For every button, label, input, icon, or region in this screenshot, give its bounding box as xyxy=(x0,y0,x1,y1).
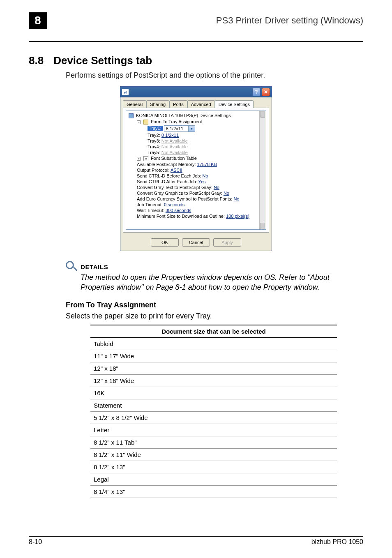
tray1-row[interactable]: Tray1: 8 1/2x11 ▼ xyxy=(128,125,266,132)
table-row: 8 1/2" x 13" xyxy=(90,461,337,473)
gray-text-row[interactable]: Convert Gray Text to PostScript Gray: No xyxy=(128,184,266,190)
paper-size-cell: 12" x 18" xyxy=(90,362,337,374)
out-proto-label: Output Protocol: xyxy=(137,168,171,173)
paper-size-cell: 8 1/4" x 13" xyxy=(90,485,337,498)
close-button[interactable]: ✕ xyxy=(262,88,270,96)
ps-mem-row[interactable]: Available PostScript Memory: 17578 KB xyxy=(128,161,266,167)
wait-timeout-row[interactable]: Wait Timeout: 300 seconds xyxy=(128,208,266,213)
footer-page-number: 8-10 xyxy=(29,538,42,546)
font-sub-label: Font Substitution Table xyxy=(151,156,197,161)
tray1-label: Tray1: xyxy=(148,126,163,131)
titlebar: 🖨 ? ✕ xyxy=(120,87,272,97)
ctrld-after-row[interactable]: Send CTRL-D After Each Job: Yes xyxy=(128,179,266,184)
chapter-title: PS3 Printer Driver setting (Windows) xyxy=(55,15,363,26)
wait-timeout-value[interactable]: 300 seconds xyxy=(166,208,191,213)
dialog-button-row: OK Cancel Apply xyxy=(120,235,272,251)
tray5-row[interactable]: Tray5: Not Available xyxy=(128,150,266,155)
table-row: 8 1/2" x 11" Wide xyxy=(90,448,337,461)
euro-value[interactable]: No xyxy=(233,196,239,201)
gray-gfx-value[interactable]: No xyxy=(224,191,229,196)
chapter-number: 8 xyxy=(29,12,47,29)
apply-button: Apply xyxy=(213,238,241,247)
tray4-row[interactable]: Tray4: Not Available xyxy=(128,144,266,150)
table-row: 5 1/2" x 8 1/2" Wide xyxy=(90,411,337,424)
gray-text-label: Convert Gray Text to PostScript Gray: xyxy=(137,185,214,190)
paper-size-tbody: Tabloid11" x 17" Wide12" x 18"12" x 18" … xyxy=(90,337,337,498)
tree-root-label: KONICA MINOLTA 1050 PS(P) Device Setting… xyxy=(136,113,231,118)
euro-label: Add Euro Currency Symbol to PostScript F… xyxy=(137,196,233,201)
tree-root: KONICA MINOLTA 1050 PS(P) Device Setting… xyxy=(128,113,266,119)
from-to-tray-desc: Selects the paper size to print for ever… xyxy=(66,312,363,321)
gray-text-value[interactable]: No xyxy=(214,185,219,190)
cancel-button[interactable]: Cancel xyxy=(182,238,210,247)
tray5-value[interactable]: Not Available xyxy=(161,150,188,155)
ctrld-before-value[interactable]: No xyxy=(203,173,208,178)
tab-advanced[interactable]: Advanced xyxy=(187,100,215,108)
table-row: 8 1/4" x 13" xyxy=(90,485,337,498)
section-number: 8.8 xyxy=(29,54,44,67)
min-font-value[interactable]: 100 pixel(s) xyxy=(226,214,249,219)
wait-timeout-label: Wait Timeout: xyxy=(137,208,166,213)
footer-product-name: bizhub PRO 1050 xyxy=(311,538,363,546)
page-footer: 8-10 bizhub PRO 1050 xyxy=(29,536,363,546)
tray1-value: 8 1/2x11 xyxy=(166,126,183,131)
paper-size-cell: Legal xyxy=(90,473,337,485)
settings-tree[interactable]: KONICA MINOLTA 1050 PS(P) Device Setting… xyxy=(126,111,266,230)
ps-mem-label: Available PostScript Memory: xyxy=(137,162,197,167)
footer-rule xyxy=(29,536,363,537)
job-timeout-row[interactable]: Job Timeout: 0 seconds xyxy=(128,202,266,208)
paper-size-cell: 8 1/2" x 11 Tab" xyxy=(90,436,337,448)
tray2-label: Tray2: xyxy=(148,133,161,138)
tab-sharing[interactable]: Sharing xyxy=(146,100,169,108)
ctrld-after-label: Send CTRL-D After Each Job: xyxy=(137,179,198,184)
gray-gfx-row[interactable]: Convert Gray Graphics to PostScript Gray… xyxy=(128,190,266,196)
table-row: Letter xyxy=(90,424,337,436)
paper-size-cell: 16K xyxy=(90,387,337,399)
ctrld-before-label: Send CTRL-D Before Each Job: xyxy=(137,173,203,178)
section-heading: 8.8 Device Settings tab xyxy=(29,54,363,67)
tray4-label: Tray4: xyxy=(148,144,161,149)
tab-general[interactable]: General xyxy=(123,100,146,108)
ps-mem-value[interactable]: 17578 KB xyxy=(197,162,217,167)
table-row: 12" x 18" xyxy=(90,362,337,374)
ctrld-after-value[interactable]: Yes xyxy=(198,179,206,184)
tab-device-settings[interactable]: Device Settings xyxy=(215,100,254,108)
job-timeout-value[interactable]: 0 seconds xyxy=(164,202,184,207)
out-proto-value[interactable]: ASCII xyxy=(171,168,182,173)
font-icon: a xyxy=(143,156,148,161)
help-button[interactable]: ? xyxy=(252,88,261,96)
tray4-value[interactable]: Not Available xyxy=(161,144,188,149)
table-row: 16K xyxy=(90,387,337,399)
dialog-screenshot: 🖨 ? ✕ General Sharing Ports Advanced Dev… xyxy=(29,86,363,251)
font-sub-node[interactable]: + a Font Substitution Table xyxy=(128,155,266,161)
paper-size-cell: 5 1/2" x 8 1/2" Wide xyxy=(90,411,337,424)
paper-size-table: Document size that can be selected Tablo… xyxy=(90,325,337,498)
tray2-value[interactable]: 8 1/2x11 xyxy=(161,133,179,138)
table-header: Document size that can be selected xyxy=(90,325,337,338)
tray1-combo[interactable]: 8 1/2x11 ▼ xyxy=(164,125,195,132)
tray3-row[interactable]: Tray3: Not Available xyxy=(128,138,266,144)
ok-button[interactable]: OK xyxy=(151,238,179,247)
tray3-value[interactable]: Not Available xyxy=(161,138,188,143)
details-text: The method to open the Properties window… xyxy=(81,272,363,293)
tray2-row[interactable]: Tray2: 8 1/2x11 xyxy=(128,132,266,138)
euro-row[interactable]: Add Euro Currency Symbol to PostScript F… xyxy=(128,196,266,202)
out-proto-row[interactable]: Output Protocol: ASCII xyxy=(128,167,266,173)
paper-size-cell: Statement xyxy=(90,399,337,411)
tab-ports[interactable]: Ports xyxy=(169,100,187,108)
printer-icon xyxy=(129,113,134,118)
expand-icon[interactable]: + xyxy=(137,157,141,161)
form-to-tray-node[interactable]: − Form To Tray Assignment xyxy=(128,119,266,125)
from-to-tray-heading: From To Tray Assignment xyxy=(66,301,363,309)
paper-size-cell: Letter xyxy=(90,424,337,436)
min-font-row[interactable]: Minimum Font Size to Download as Outline… xyxy=(128,213,266,219)
chevron-down-icon[interactable]: ▼ xyxy=(188,126,195,131)
table-row: 12" x 18" Wide xyxy=(90,374,337,387)
form-to-tray-label: Form To Tray Assignment xyxy=(151,119,202,124)
collapse-icon[interactable]: − xyxy=(137,120,141,124)
tray3-label: Tray3: xyxy=(148,138,161,143)
job-timeout-label: Job Timeout: xyxy=(137,202,164,207)
tree-scrollbar[interactable] xyxy=(259,111,266,229)
ctrld-before-row[interactable]: Send CTRL-D Before Each Job: No xyxy=(128,173,266,179)
table-row: 8 1/2" x 11 Tab" xyxy=(90,436,337,448)
